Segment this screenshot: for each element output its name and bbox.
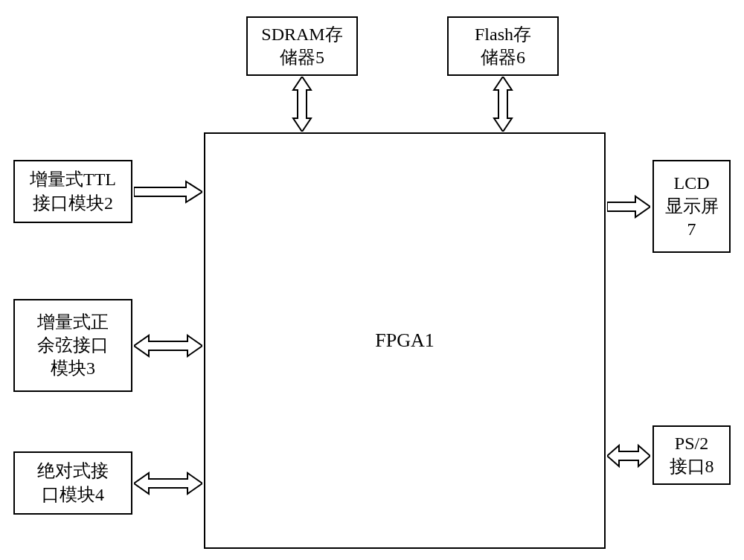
svg-marker-1 (494, 77, 512, 132)
arrow-fpga-ps2 (607, 442, 650, 469)
arrow-ttl-fpga (134, 178, 202, 205)
block-ps2: PS/2 接口8 (652, 425, 731, 485)
block-lcd-label: LCD 显示屏 7 (665, 172, 719, 242)
svg-marker-2 (134, 181, 202, 202)
arrow-absolute-fpga (134, 470, 202, 497)
block-fpga: FPGA1 (204, 132, 606, 549)
block-flash-label: Flash存 储器6 (475, 23, 531, 69)
arrow-fpga-lcd (607, 193, 650, 220)
block-fpga-label: FPGA1 (375, 328, 434, 353)
arrow-sdram-fpga (289, 77, 315, 132)
svg-marker-5 (607, 196, 650, 217)
block-ttl: 增量式TTL 接口模块2 (13, 160, 132, 223)
svg-marker-3 (134, 335, 202, 356)
block-sincos: 增量式正 余弦接口 模块3 (13, 299, 132, 392)
block-sdram: SDRAM存 储器5 (246, 16, 358, 76)
block-sdram-label: SDRAM存 储器5 (261, 23, 342, 69)
block-sincos-label: 增量式正 余弦接口 模块3 (37, 311, 109, 381)
svg-marker-0 (293, 77, 311, 132)
block-lcd: LCD 显示屏 7 (652, 160, 731, 253)
arrow-sincos-fpga (134, 332, 202, 359)
arrow-flash-fpga (490, 77, 516, 132)
block-absolute: 绝对式接 口模块4 (13, 451, 132, 515)
block-ps2-label: PS/2 接口8 (670, 432, 714, 478)
block-flash: Flash存 储器6 (447, 16, 559, 76)
block-ttl-label: 增量式TTL 接口模块2 (30, 168, 116, 214)
block-absolute-label: 绝对式接 口模块4 (37, 460, 109, 506)
svg-marker-4 (134, 473, 202, 494)
svg-marker-6 (607, 445, 650, 466)
